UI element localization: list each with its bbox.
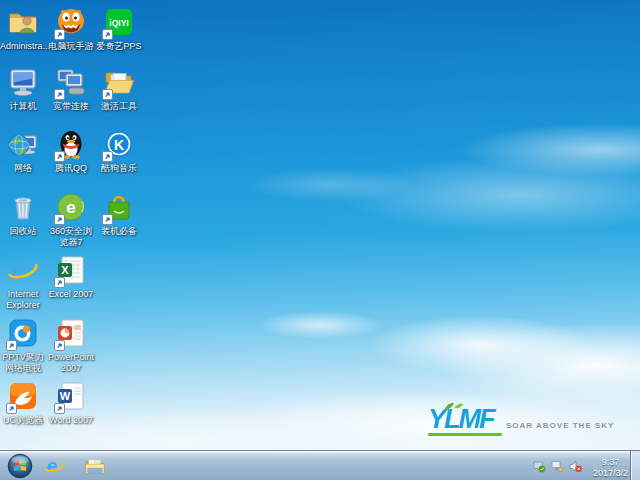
- shortcut-arrow-icon: [54, 29, 65, 40]
- desktop-icon-label: Word 2007: [48, 415, 94, 426]
- desktop-icon-label: PPTV聚力 网络电视: [0, 352, 46, 374]
- desktop-icon-label: 电脑玩手游: [48, 41, 94, 52]
- shortcut-arrow-icon: [102, 29, 113, 40]
- excel-icon: X: [54, 254, 88, 288]
- shopping-bag-icon: [102, 191, 136, 225]
- desktop-icon-computer[interactable]: 计算机: [0, 66, 46, 112]
- shortcut-arrow-icon: [54, 214, 65, 225]
- shortcut-arrow-icon: [102, 89, 113, 100]
- shortcut-arrow-icon: [54, 89, 65, 100]
- desktop-icon-label: 360安全浏览器7: [48, 226, 94, 248]
- volume-muted-icon[interactable]: [569, 460, 582, 473]
- system-tray: 9:37 2017/3/2: [533, 451, 628, 480]
- svg-text:e: e: [11, 255, 26, 285]
- desktop-icon-essential-apps[interactable]: 装机必备: [96, 191, 142, 237]
- desktop[interactable]: Administra... 电脑玩手游 iQIYI 爱奇艺PPS: [0, 0, 640, 450]
- desktop-icon-label: 计算机: [0, 101, 46, 112]
- desktop-icon-uc-browser[interactable]: UC浏览器: [0, 380, 46, 426]
- start-button[interactable]: [7, 453, 33, 479]
- shortcut-arrow-icon: [54, 151, 65, 162]
- kugou-icon: K: [102, 128, 136, 162]
- desktop-icon-label: 回收站: [0, 226, 46, 237]
- desktop-icon-recycle-bin[interactable]: 回收站: [0, 191, 46, 237]
- network-globe-icon: [6, 128, 40, 162]
- desktop-icon-label: UC浏览器: [0, 415, 46, 426]
- shortcut-arrow-icon: [6, 403, 17, 414]
- desktop-icon-label: 爱奇艺PPS: [96, 41, 142, 52]
- desktop-icon-label: 腾讯QQ: [48, 163, 94, 174]
- svg-text:e: e: [66, 198, 75, 217]
- shortcut-arrow-icon: [6, 340, 17, 351]
- desktop-icon-word-2007[interactable]: W Word 2007: [48, 380, 94, 426]
- desktop-icon-internet-explorer[interactable]: e Internet Explorer: [0, 254, 46, 311]
- desktop-icon-label: PowerPoint 2007: [48, 352, 94, 374]
- recycle-bin-icon: [6, 191, 40, 225]
- ylmf-tagline: SOAR ABOVE THE SKY: [506, 421, 614, 430]
- ylmf-watermark: YLMF SOAR ABOVE THE SKY: [428, 406, 618, 436]
- desktop-icon-label: Excel 2007: [48, 289, 94, 300]
- shortcut-arrow-icon: [102, 214, 113, 225]
- desktop-icon-label: 宽带连接: [48, 101, 94, 112]
- shortcut-arrow-icon: [54, 340, 65, 351]
- desktop-icon-label: Administra...: [0, 41, 46, 52]
- iqiyi-icon: iQIYI: [102, 6, 136, 40]
- svg-text:X: X: [61, 264, 69, 276]
- broadband-icon: [54, 66, 88, 100]
- desktop-icon-powerpoint-2007[interactable]: PowerPoint 2007: [48, 317, 94, 374]
- svg-text:e: e: [47, 455, 57, 476]
- desktop-icon-label: 酷狗音乐: [96, 163, 142, 174]
- svg-text:K: K: [114, 137, 124, 153]
- desktop-icon-label: 激活工具: [96, 101, 142, 112]
- desktop-icon-administrator-folder[interactable]: Administra...: [0, 6, 46, 52]
- desktop-icon-kugou-music[interactable]: K 酷狗音乐: [96, 128, 142, 174]
- word-icon: W: [54, 380, 88, 414]
- desktop-icon-network[interactable]: 网络: [0, 128, 46, 174]
- 360-browser-icon: e: [54, 191, 88, 225]
- desktop-icon-tencent-qq[interactable]: 腾讯QQ: [48, 128, 94, 174]
- leaf-icon: [442, 401, 464, 411]
- clock-time: 9:37: [593, 457, 628, 468]
- svg-text:iQIYI: iQIYI: [109, 18, 128, 28]
- powerpoint-icon: [54, 317, 88, 351]
- folder-icon: [84, 455, 106, 477]
- internet-explorer-icon: e: [6, 254, 40, 288]
- taskbar-windows-explorer-button[interactable]: [84, 455, 108, 477]
- shortcut-arrow-icon: [54, 277, 65, 288]
- uc-browser-icon: [6, 380, 40, 414]
- desktop-icon-pc-play-mobile-games[interactable]: 电脑玩手游: [48, 6, 94, 52]
- monster-icon: [54, 6, 88, 40]
- desktop-icon-pptv[interactable]: PPTV聚力 网络电视: [0, 317, 46, 374]
- network-warning-icon[interactable]: [551, 460, 564, 473]
- taskbar: e: [0, 450, 640, 480]
- computer-icon: [6, 66, 40, 100]
- desktop-icon-360-browser[interactable]: e 360安全浏览器7: [48, 191, 94, 248]
- clock-date: 2017/3/2: [593, 468, 628, 479]
- ylmf-logo-text: YLMF: [428, 406, 502, 432]
- show-desktop-button[interactable]: [630, 451, 640, 480]
- internet-explorer-icon: e: [44, 455, 66, 477]
- desktop-icon-excel-2007[interactable]: X Excel 2007: [48, 254, 94, 300]
- desktop-icon-activation-tools[interactable]: 激活工具: [96, 66, 142, 112]
- user-folder-icon: [6, 6, 40, 40]
- desktop-icon-iqiyi-pps[interactable]: iQIYI 爱奇艺PPS: [96, 6, 142, 52]
- svg-text:W: W: [60, 390, 71, 402]
- open-folder-icon: [102, 66, 136, 100]
- shortcut-arrow-icon: [102, 151, 113, 162]
- ylmf-logo: YLMF: [428, 406, 502, 436]
- pptv-icon: [6, 317, 40, 351]
- shortcut-arrow-icon: [54, 403, 65, 414]
- desktop-icon-label: Internet Explorer: [0, 289, 46, 311]
- taskbar-clock[interactable]: 9:37 2017/3/2: [593, 454, 628, 479]
- desktop-icon-broadband-connection[interactable]: 宽带连接: [48, 66, 94, 112]
- desktop-icon-label: 网络: [0, 163, 46, 174]
- qq-penguin-icon: [54, 128, 88, 162]
- taskbar-internet-explorer-button[interactable]: e: [44, 455, 68, 477]
- desktop-icon-label: 装机必备: [96, 226, 142, 237]
- update-ready-icon[interactable]: [533, 460, 546, 473]
